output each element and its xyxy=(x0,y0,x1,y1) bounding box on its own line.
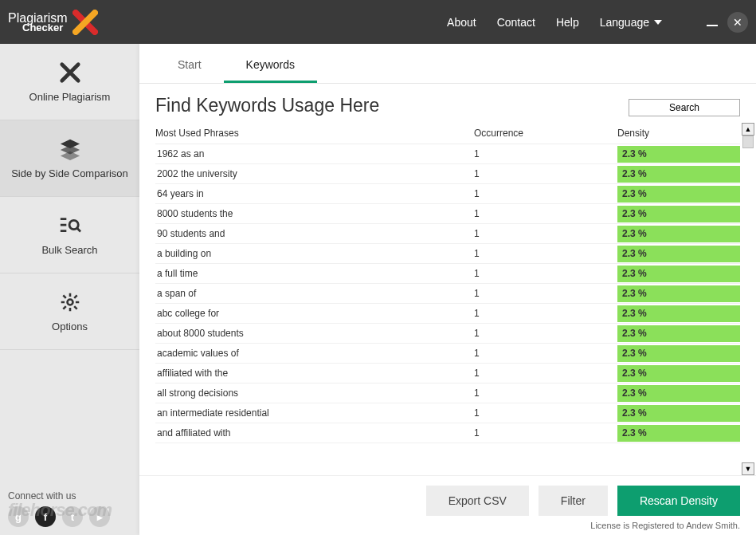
sidebar-item-label: Options xyxy=(52,321,88,332)
cell-occurrence: 1 xyxy=(474,228,617,239)
cell-phrase: 1962 as an xyxy=(155,148,474,159)
cell-density: 2.3 % xyxy=(617,285,740,302)
x-icon xyxy=(58,61,82,85)
table-row[interactable]: 64 years in12.3 % xyxy=(155,184,740,204)
table-row[interactable]: 8000 students the12.3 % xyxy=(155,204,740,224)
menu-contact[interactable]: Contact xyxy=(497,16,535,29)
table-row[interactable]: abc college for12.3 % xyxy=(155,304,740,324)
table-row[interactable]: academic values of12.3 % xyxy=(155,344,740,364)
cell-phrase: 2002 the university xyxy=(155,168,474,179)
col-header-phrase[interactable]: Most Used Phrases xyxy=(155,128,474,139)
cell-occurrence: 1 xyxy=(474,188,617,199)
cell-phrase: 8000 students the xyxy=(155,208,474,219)
cell-occurrence: 1 xyxy=(474,168,617,179)
social-youtube-icon[interactable]: ▸ xyxy=(89,506,110,527)
search-button[interactable]: Search xyxy=(629,99,740,116)
table-row[interactable]: 90 students and12.3 % xyxy=(155,224,740,244)
keywords-table: Most Used Phrases Occurrence Density 196… xyxy=(139,123,756,475)
rescan-density-button[interactable]: Rescan Density xyxy=(617,486,740,516)
sidebar-item-options[interactable]: Options xyxy=(0,273,139,350)
cell-occurrence: 1 xyxy=(474,148,617,159)
connect-label: Connect with us xyxy=(8,490,76,502)
cell-phrase: about 8000 students xyxy=(155,328,474,339)
cell-density: 2.3 % xyxy=(617,166,740,183)
cell-density: 2.3 % xyxy=(617,345,740,362)
scroll-up-button[interactable]: ▲ xyxy=(742,123,754,136)
cell-phrase: academic values of xyxy=(155,348,474,359)
col-header-density[interactable]: Density xyxy=(617,128,740,139)
export-csv-button[interactable]: Export CSV xyxy=(426,486,529,516)
cell-occurrence: 1 xyxy=(474,248,617,259)
cell-density: 2.3 % xyxy=(617,266,740,282)
table-row[interactable]: a full time12.3 % xyxy=(155,264,740,284)
cell-occurrence: 1 xyxy=(474,208,617,219)
menu-about[interactable]: About xyxy=(447,16,476,29)
sidebar-item-online-plagiarism[interactable]: Online Plagiarism xyxy=(0,44,139,120)
top-menu: About Contact Help Language ✕ xyxy=(447,12,748,33)
cell-phrase: an intermediate residential xyxy=(155,407,474,419)
logo-text-2: Checker xyxy=(22,22,68,33)
sidebar-item-side-by-side[interactable]: Side by Side Comparison xyxy=(0,120,139,197)
filter-button[interactable]: Filter xyxy=(539,486,608,516)
social-facebook-icon[interactable]: f xyxy=(35,506,56,527)
social-google-icon[interactable]: g xyxy=(8,506,29,527)
table-row[interactable]: an intermediate residential12.3 % xyxy=(155,403,740,423)
cell-density: 2.3 % xyxy=(617,246,740,262)
footer-actions: Export CSV Filter Rescan Density xyxy=(139,475,756,519)
cell-occurrence: 1 xyxy=(474,368,617,379)
table-row[interactable]: a building on12.3 % xyxy=(155,244,740,264)
table-row[interactable]: 1962 as an12.3 % xyxy=(155,144,740,164)
cell-density: 2.3 % xyxy=(617,226,740,242)
tab-keywords[interactable]: Keywords xyxy=(224,49,317,83)
cell-phrase: all strong decisions xyxy=(155,387,474,399)
cell-occurrence: 1 xyxy=(474,308,617,319)
chevron-down-icon xyxy=(654,20,662,25)
col-header-occurrence[interactable]: Occurrence xyxy=(474,128,617,139)
sidebar-item-label: Side by Side Comparison xyxy=(11,167,128,179)
cell-phrase: abc college for xyxy=(155,308,474,319)
table-header: Most Used Phrases Occurrence Density xyxy=(155,123,740,144)
social-twitter-icon[interactable]: t xyxy=(62,506,83,527)
connect-section: Connect with us g f t ▸ xyxy=(0,482,139,535)
table-row[interactable]: a span of12.3 % xyxy=(155,284,740,304)
cell-phrase: a full time xyxy=(155,268,474,279)
table-row[interactable]: and affiliated with12.3 % xyxy=(155,423,740,443)
table-row[interactable]: affiliated with the12.3 % xyxy=(155,364,740,384)
table-row[interactable]: 2002 the university12.3 % xyxy=(155,164,740,184)
cell-density: 2.3 % xyxy=(617,325,740,342)
layers-icon xyxy=(58,137,82,161)
cell-density: 2.3 % xyxy=(617,425,740,442)
sidebar: Online Plagiarism Side by Side Compariso… xyxy=(0,44,139,535)
menu-help[interactable]: Help xyxy=(556,16,579,29)
page-title: Find Keywords Usage Here xyxy=(155,95,379,116)
cell-phrase: affiliated with the xyxy=(155,368,474,379)
cell-occurrence: 1 xyxy=(474,288,617,299)
scroll-thumb[interactable] xyxy=(742,136,754,148)
cell-density: 2.3 % xyxy=(617,146,740,163)
main-panel: Start Keywords Find Keywords Usage Here … xyxy=(139,44,756,535)
menu-language[interactable]: Language xyxy=(600,16,662,29)
gear-icon xyxy=(58,290,82,314)
cell-density: 2.3 % xyxy=(617,365,740,382)
cell-phrase: a span of xyxy=(155,288,474,299)
minimize-button[interactable] xyxy=(707,25,718,26)
cell-density: 2.3 % xyxy=(617,186,740,203)
cell-occurrence: 1 xyxy=(474,328,617,339)
sidebar-item-bulk-search[interactable]: Bulk Search xyxy=(0,197,139,273)
cell-occurrence: 1 xyxy=(474,268,617,279)
table-row[interactable]: all strong decisions12.3 % xyxy=(155,384,740,403)
cell-phrase: 90 students and xyxy=(155,228,474,239)
cell-density: 2.3 % xyxy=(617,405,740,422)
tab-start[interactable]: Start xyxy=(155,49,224,83)
scroll-down-button[interactable]: ▼ xyxy=(742,462,754,475)
cell-phrase: 64 years in xyxy=(155,188,474,199)
logo-x-icon xyxy=(72,10,98,35)
close-button[interactable]: ✕ xyxy=(727,12,748,33)
sidebar-item-label: Online Plagiarism xyxy=(29,91,111,103)
cell-density: 2.3 % xyxy=(617,305,740,322)
table-row[interactable]: about 8000 students12.3 % xyxy=(155,324,740,344)
cell-occurrence: 1 xyxy=(474,348,617,359)
tabs: Start Keywords xyxy=(139,44,756,84)
cell-occurrence: 1 xyxy=(474,387,617,399)
scrollbar[interactable]: ▲ ▼ xyxy=(742,123,754,475)
